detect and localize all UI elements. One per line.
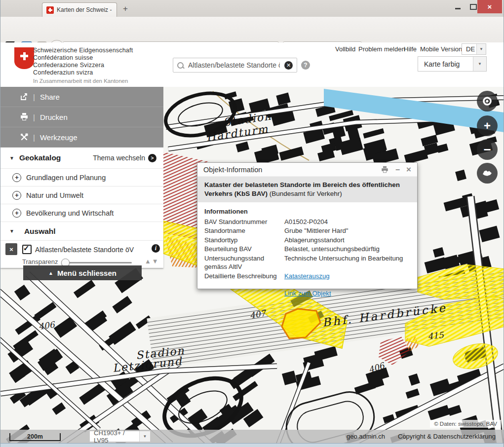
sidebar-item-tools[interactable]: | Werkzeuge: [0, 127, 163, 148]
popup-layer-title: Kataster der belasteten Standorte im Ber…: [197, 177, 417, 202]
popup-minimize-icon[interactable]: –: [395, 165, 400, 174]
map-style-select[interactable]: Karte farbig ▼: [418, 56, 487, 72]
window-titlebar: Karten der Schweiz - Schweize... + ×: [0, 0, 504, 17]
switch-theme-button[interactable]: Thema wechseln >: [93, 154, 156, 162]
expand-plus-icon: +: [12, 209, 21, 218]
switch-theme-chevron-icon: >: [148, 154, 156, 162]
tools-label: Werkzeuge: [40, 133, 78, 142]
layer-remove-button[interactable]: ×: [5, 243, 17, 255]
geocatalog-label: Geokatalog: [19, 153, 61, 162]
print-icon: [19, 112, 29, 121]
swiss-flag-favicon: [46, 6, 54, 14]
search-clear-icon[interactable]: ✕: [284, 61, 293, 70]
category-label: Bevölkerung und Wirtschaft: [26, 209, 114, 217]
default-extent-button[interactable]: [477, 163, 498, 184]
info-row: Link zum Objekt: [204, 289, 410, 298]
info-row: Untersuchungsstand gemäss AltlVTechnisch…: [204, 254, 410, 271]
org-line-fr: Confédération suisse: [33, 54, 93, 61]
projection-select[interactable]: CH1903+ / LV95 ▼: [89, 431, 151, 442]
object-link[interactable]: Link zum Objekt: [284, 290, 331, 297]
layer-visibility-checkbox[interactable]: [22, 245, 32, 254]
category-grundlagen[interactable]: + Grundlagen und Planung: [0, 168, 163, 186]
info-row: BAV StandortnummerA01502-P0204: [204, 218, 410, 226]
popup-close-icon[interactable]: ×: [406, 165, 411, 175]
info-row: StandorttypAblagerungsstandort: [204, 236, 410, 245]
transparency-label: Transparenz: [22, 258, 58, 265]
geocatalog-caret-icon: ▼: [9, 155, 14, 161]
tools-icon: [19, 133, 29, 142]
print-label: Drucken: [40, 113, 68, 121]
sidebar-item-share[interactable]: | Share: [0, 87, 163, 107]
switch-theme-label: Thema wechseln: [93, 154, 145, 162]
collapse-arrow-icon: ▲: [48, 270, 53, 276]
expand-plus-icon: +: [12, 173, 21, 182]
expand-plus-icon: +: [12, 191, 21, 200]
active-layer-row: × Altlasten/belastete Standorte öV i Tra…: [0, 240, 163, 268]
kataster-link[interactable]: Katasterauszug: [284, 272, 330, 280]
popup-body: Informationen BAV StandortnummerA01502-P…: [197, 202, 417, 303]
new-tab-button[interactable]: +: [123, 4, 128, 14]
popup-header[interactable]: Objekt-Information – ×: [197, 163, 417, 177]
selection-caret-icon: ▼: [9, 228, 14, 234]
window-close-button[interactable]: ×: [477, 0, 502, 13]
language-select[interactable]: DE ▼: [462, 43, 486, 55]
org-line-de: Schweizerische Eidgenossenschaft: [33, 47, 133, 54]
link-hilfe[interactable]: Hilfe: [404, 45, 417, 53]
zoom-in-button[interactable]: +: [477, 115, 498, 136]
category-label: Grundlagen und Planung: [26, 174, 106, 182]
map-search-box[interactable]: ✕: [173, 58, 297, 73]
language-value: DE: [466, 45, 475, 53]
scale-label: 200m: [27, 433, 43, 440]
transparency-slider[interactable]: [63, 262, 132, 263]
popup-print-icon[interactable]: [381, 166, 389, 174]
map-elevation-415: 415: [427, 330, 445, 341]
window-minimize-button[interactable]: [451, 0, 465, 13]
layer-reorder-icons[interactable]: ▲▼: [145, 258, 159, 265]
popup-title: Objekt-Information: [203, 166, 262, 174]
category-label: Natur und Umwelt: [26, 191, 83, 199]
scale-bar: 200m: [9, 433, 61, 441]
org-line-it: Confederazione Svizzera: [33, 62, 104, 69]
footer-link-copyright[interactable]: Copyright & Datenschutzerklärung: [398, 433, 496, 440]
language-chevron-icon: ▼: [476, 44, 486, 54]
footer-bar: 200m CH1903+ / LV95 ▼ geo.admin.ch Copyr…: [0, 430, 504, 443]
sidebar-item-print[interactable]: | Drucken: [0, 107, 163, 127]
close-menu-button[interactable]: ▲ Menü schliessen: [23, 265, 142, 280]
window-bottom-border: [0, 443, 504, 447]
map-style-value: Karte farbig: [424, 60, 460, 68]
layer-info-icon[interactable]: i: [152, 244, 160, 253]
geolocate-icon: [481, 95, 493, 107]
projection-value: CH1903+ / LV95: [94, 429, 139, 444]
map-search-input[interactable]: [187, 61, 281, 70]
zoom-out-button[interactable]: −: [477, 139, 498, 160]
browser-navbar: ← map.geo.admin.ch/?X=249138.11&Y=680698…: [0, 17, 504, 43]
info-row: Beurteilung BAVBelastet, untersuchungsbe…: [204, 245, 410, 254]
tab-title: Karten der Schweiz - Schweize...: [57, 6, 113, 13]
map-attribution[interactable]: © Daten: swisstopo, BAV: [430, 420, 501, 428]
geolocate-button[interactable]: [477, 91, 498, 112]
popup-section-title: Informationen: [204, 207, 410, 216]
category-bevoelkerung[interactable]: + Bevölkerung und Wirtschaft: [0, 204, 163, 222]
geoadmin-header: Schweizerische Eidgenossenschaft Confédé…: [0, 42, 504, 87]
link-vollbild[interactable]: Vollbild: [335, 45, 355, 53]
info-row: Detaillierte BeschreibungKatasterauszug: [204, 272, 410, 281]
browser-tab[interactable]: Karten der Schweiz - Schweize...: [42, 2, 117, 17]
search-help-icon[interactable]: ?: [301, 61, 310, 70]
map-search-icon: [177, 62, 184, 69]
footer-link-site[interactable]: geo.admin.ch: [347, 433, 385, 440]
layer-name: Altlasten/belastete Standorte öV: [35, 246, 134, 254]
switzerland-shape-icon: [481, 169, 493, 178]
link-problem-melden[interactable]: Problem melden: [358, 45, 405, 53]
projection-chevron-icon: ▼: [139, 431, 150, 442]
cooperation-note: In Zusammenarbeit mit den Kantonen: [33, 78, 128, 84]
layer-title-source: (Bundesamt für Verkehr): [268, 190, 342, 197]
selection-label: Auswahl: [24, 227, 56, 236]
share-icon: [19, 92, 29, 101]
org-line-rm: Confederaziun svizra: [33, 69, 93, 76]
close-menu-label: Menü schliessen: [57, 269, 116, 277]
selection-header[interactable]: ▼ Auswahl: [0, 222, 163, 240]
geocatalog-header[interactable]: ▼ Geokatalog Thema wechseln >: [0, 148, 163, 168]
link-mobile-version[interactable]: Mobile Version: [420, 45, 462, 53]
category-natur[interactable]: + Natur und Umwelt: [0, 186, 163, 204]
minus-icon: −: [483, 142, 491, 157]
